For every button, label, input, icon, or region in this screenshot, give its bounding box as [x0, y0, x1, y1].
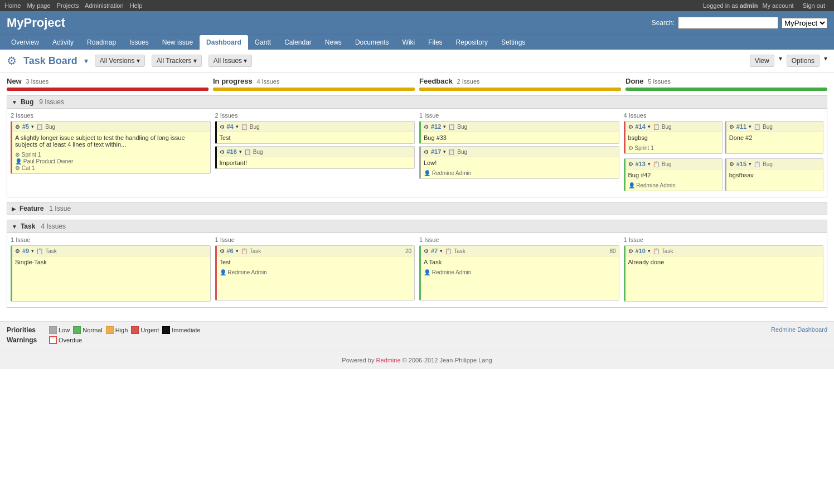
issue-5-body: A slightly longer issue subject to test … [12, 132, 210, 150]
issue-6-header: ⚙ #6 ▾ 📋 Task 20 [217, 246, 415, 256]
issue-6-num[interactable]: #6 [227, 248, 234, 254]
issue-14-num[interactable]: #14 [636, 123, 646, 130]
redmine-link[interactable]: Redmine [376, 357, 401, 364]
nav-issues[interactable]: Issues [123, 35, 156, 50]
nav-overview[interactable]: Overview [4, 35, 46, 50]
nav-roadmap[interactable]: Roadmap [80, 35, 123, 50]
bug-done-cell: 4 Issues ⚙ #14 ▾ 📋 Bug bsgbsg [624, 112, 824, 193]
dropdown-12[interactable]: ▾ [443, 124, 446, 129]
dropdown-11[interactable]: ▾ [749, 124, 751, 129]
issue-9-num[interactable]: #9 [22, 248, 29, 254]
dropdown-6[interactable]: ▾ [236, 248, 239, 254]
nav-dashboard[interactable]: Dashboard [200, 35, 248, 50]
issue-5-cat: ⚙ Cat 1 [15, 165, 207, 171]
nav-wiki[interactable]: Wiki [396, 35, 422, 50]
issue-5-owner: 👤 Paul Product Owner [15, 158, 207, 164]
view-dropdown-arrow: ▾ [779, 55, 782, 67]
versions-filter-btn[interactable]: All Versions ▾ [95, 55, 145, 67]
issue-12-num[interactable]: #12 [431, 123, 441, 130]
issue-card-10: ⚙ #10 ▾ 📋 Task Already done [624, 245, 824, 302]
issue-5-type: Bug [45, 124, 55, 130]
issue-11-num[interactable]: #11 [736, 123, 746, 130]
gear-icon-12: ⚙ [424, 124, 429, 130]
dropdown-16[interactable]: ▾ [239, 149, 242, 154]
group-bug: ▼ Bug 9 Issues 2 Issues ⚙ #5 ▾ 📋 Bug [7, 95, 827, 197]
issue-7-meta: 👤 Redmine Admin [421, 268, 619, 278]
nav-repository[interactable]: Repository [449, 35, 494, 50]
legend-low: Low [49, 326, 70, 334]
issue-12-type: Bug [457, 124, 467, 130]
nav-help[interactable]: Help [130, 2, 143, 9]
issue-card-5: ⚙ #5 ▾ 📋 Bug A slightly longer issue sub… [11, 121, 211, 174]
dropdown-13[interactable]: ▾ [648, 161, 651, 167]
issue-13-meta: 👤 Redmine Admin [626, 181, 722, 191]
my-account-link[interactable]: My account [762, 2, 793, 9]
nav-new-issue[interactable]: New issue [156, 35, 200, 50]
dropdown-4[interactable]: ▾ [236, 124, 239, 129]
legend-urgent-label: Urgent [140, 327, 159, 333]
tracker-icon-13: 📋 [653, 161, 660, 167]
legend-urgent: Urgent [131, 326, 159, 334]
priorities-row: Priorities Low Normal High Urgent [7, 326, 201, 334]
issue-card-6: ⚙ #6 ▾ 📋 Task 20 Test 👤 Redmine Admin [215, 245, 415, 301]
nav-settings[interactable]: Settings [494, 35, 532, 50]
options-btn[interactable]: Options [787, 55, 820, 67]
nav-mypage[interactable]: My page [27, 2, 50, 9]
dropdown-7[interactable]: ▾ [440, 248, 443, 254]
issues-filter-btn[interactable]: All Issues ▾ [208, 55, 253, 67]
group-feature-header[interactable]: ▶ Feature 1 Issue [7, 202, 827, 215]
issue-4-num[interactable]: #4 [227, 123, 234, 130]
view-btn[interactable]: View [750, 55, 774, 67]
nav-projects[interactable]: Projects [57, 2, 79, 9]
issue-13-num[interactable]: #13 [636, 161, 646, 167]
gear-icon-17: ⚙ [424, 149, 429, 155]
group-task-header[interactable]: ▼ Task 4 Issues [7, 220, 827, 233]
col-feedback-label: Feedback [419, 77, 453, 85]
dropdown-17[interactable]: ▾ [443, 149, 446, 154]
issue-6-type: Task [250, 248, 261, 254]
progress-bar-new [7, 88, 208, 91]
issue-7-user: 👤 Redmine Admin [424, 269, 616, 275]
footer-suffix: © 2006-2012 Jean-Philippe Lang [403, 357, 492, 364]
dropdown-15[interactable]: ▾ [749, 161, 751, 167]
issue-15-num[interactable]: #15 [736, 161, 746, 167]
issue-10-num[interactable]: #10 [636, 248, 646, 254]
nav-administration[interactable]: Administration [85, 2, 124, 9]
nav-news[interactable]: News [318, 35, 348, 50]
group-bug-header[interactable]: ▼ Bug 9 Issues [7, 95, 827, 109]
col-header-inprogress: In progress 4 Issues [213, 77, 415, 85]
trackers-filter-btn[interactable]: All Trackers ▾ [152, 55, 202, 67]
redmine-dashboard-link[interactable]: Redmine Dashboard [771, 326, 827, 333]
nav-home[interactable]: Home [4, 2, 21, 9]
nav-gantt[interactable]: Gantt [248, 35, 278, 50]
issue-14-body: bsgbsg [626, 132, 722, 143]
nav-files[interactable]: Files [421, 35, 449, 50]
issue-5-num[interactable]: #5 [22, 123, 29, 130]
issue-12-header: ⚙ #12 ▾ 📋 Bug [421, 122, 619, 132]
issue-17-num[interactable]: #17 [431, 148, 441, 155]
dropdown-5[interactable]: ▾ [31, 124, 34, 129]
tracker-icon-5: 📋 [36, 124, 43, 130]
project-select[interactable]: MyProject [782, 18, 827, 28]
gear-icon-9: ⚙ [15, 248, 20, 254]
col-done-count: 5 Issues [648, 78, 671, 85]
nav-activity[interactable]: Activity [46, 35, 80, 50]
issue-11-type: Bug [763, 124, 773, 130]
dropdown-9[interactable]: ▾ [31, 248, 34, 254]
legend-overdue-label: Overdue [59, 337, 82, 343]
dropdown-14[interactable]: ▾ [648, 124, 651, 129]
nav-calendar[interactable]: Calendar [278, 35, 318, 50]
tracker-icon-7: 📋 [445, 248, 452, 254]
dropdown-10[interactable]: ▾ [648, 248, 651, 254]
issue-7-num[interactable]: #7 [431, 248, 438, 254]
search-input[interactable] [678, 17, 778, 29]
warnings-label: Warnings [7, 336, 46, 344]
gear-icon-11: ⚙ [729, 124, 734, 130]
issue-10-spacer [626, 268, 823, 301]
nav-documents[interactable]: Documents [348, 35, 396, 50]
tracker-icon-15: 📋 [754, 161, 760, 167]
issue-16-num[interactable]: #16 [227, 148, 237, 155]
sign-out-link[interactable]: Sign out [803, 2, 825, 9]
issue-10-body: Already done [626, 256, 823, 268]
col-header-feedback: Feedback 2 Issues [419, 77, 621, 85]
